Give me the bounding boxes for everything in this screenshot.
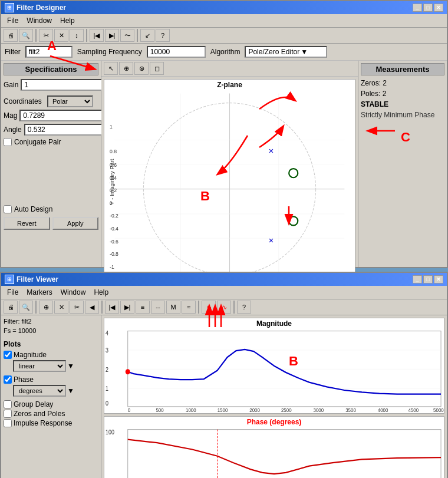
tb-next[interactable]: ▶| xyxy=(105,29,119,42)
charts-area: Magnitude 4 3 2 1 0 0 500 xyxy=(101,315,447,478)
fv-tb6[interactable]: -- xyxy=(151,301,165,314)
fv-menu-file[interactable]: File xyxy=(4,287,22,298)
svg-rect-31 xyxy=(128,331,441,407)
zp-erase[interactable]: ◻ xyxy=(150,62,164,75)
filter-designer-menubar: File Window Help xyxy=(1,14,447,28)
magnitude-select[interactable]: linear dB xyxy=(13,360,66,372)
fv-cos[interactable]: ∿ xyxy=(217,301,231,314)
coords-select[interactable]: Polar Cartesian xyxy=(47,95,93,107)
filter-designer-title: Filter Designer xyxy=(17,4,66,12)
zeros-value: 2 xyxy=(383,79,387,87)
fd-menu-window[interactable]: Window xyxy=(23,15,55,26)
fv-close-button[interactable]: ✕ xyxy=(434,275,443,283)
phase-select[interactable]: degrees radians xyxy=(13,385,66,397)
magnitude-svg: 4 3 2 1 0 0 500 1000 1500 2000 2500 3000… xyxy=(104,328,444,413)
maximize-button[interactable]: □ xyxy=(423,4,433,12)
fv-tb8[interactable]: ≈ xyxy=(182,301,196,314)
fv-tb5[interactable]: ≡ xyxy=(136,301,150,314)
zplane-plot: Z-plane 1 0.8 xyxy=(104,79,355,295)
gain-label: Gain xyxy=(4,81,18,89)
svg-text:2: 2 xyxy=(106,366,108,373)
svg-point-29 xyxy=(289,169,298,177)
svg-text:2000: 2000 xyxy=(249,407,260,413)
fv-help[interactable]: ? xyxy=(237,301,251,314)
fv-maximize-button[interactable]: □ xyxy=(423,275,433,283)
filter-viewer-window: ⊞ Filter Viewer _ □ ✕ File Markers Windo… xyxy=(0,272,448,478)
apply-button[interactable]: Apply xyxy=(52,217,99,230)
fv-tb2[interactable]: ✕ xyxy=(54,301,68,314)
tb-prev[interactable]: |◀ xyxy=(90,29,104,42)
svg-text:500: 500 xyxy=(156,407,164,413)
phase-select-arrow: ▼ xyxy=(67,387,74,395)
svg-point-30 xyxy=(289,216,298,225)
zeros-label: Zeros: xyxy=(361,79,381,87)
smp-label: Strictly Minimum Phase xyxy=(361,111,444,119)
fv-tb7[interactable]: M xyxy=(166,301,180,314)
fv-menu-help[interactable]: Help xyxy=(90,287,112,298)
tb-wave[interactable]: 〜 xyxy=(120,29,134,42)
fv-menu-window[interactable]: Window xyxy=(57,287,90,298)
impulse-check-row: Impulse Response xyxy=(4,419,98,427)
svg-text:0: 0 xyxy=(128,407,131,413)
svg-text:4: 4 xyxy=(106,330,108,337)
fv-prev[interactable]: |◀ xyxy=(105,301,119,314)
print-button[interactable]: 🖨 xyxy=(4,29,18,42)
phase-check-row: Phase xyxy=(4,375,98,384)
revert-button[interactable]: Revert xyxy=(4,217,50,230)
svg-text:1: 1 xyxy=(110,124,113,130)
close-button[interactable]: ✕ xyxy=(434,4,443,12)
fv-menu-markers[interactable]: Markers xyxy=(23,287,55,298)
impulse-label: Impulse Response xyxy=(14,419,72,427)
specs-title: Specifications xyxy=(4,63,98,75)
phase-checkbox[interactable] xyxy=(4,375,12,384)
fv-tb1[interactable]: ⊕ xyxy=(39,301,53,314)
algorithm-select[interactable]: Pole/Zero Editor ▼ xyxy=(245,46,327,58)
sampling-freq-input[interactable] xyxy=(147,46,206,58)
poles-value: 2 xyxy=(383,90,387,98)
fd-main-area: Specifications Gain Coordinates Polar Ca… xyxy=(1,61,447,267)
cut-button[interactable]: ✂ xyxy=(39,29,53,42)
fv-tb3[interactable]: ✂ xyxy=(70,301,84,314)
filter-label: Filter xyxy=(5,48,21,56)
tb-btn4[interactable]: ↕ xyxy=(70,29,84,42)
fd-fields-row: Filter Sampling Frequency Algorithm Pole… xyxy=(1,44,447,61)
fd-menu-help[interactable]: Help xyxy=(57,15,78,26)
minimize-button[interactable]: _ xyxy=(413,4,422,12)
fv-tb4[interactable]: ◀ xyxy=(85,301,99,314)
fv-next[interactable]: ▶| xyxy=(120,301,134,314)
fv-zoom[interactable]: 🔍 xyxy=(19,301,33,314)
autodesign-checkbox[interactable] xyxy=(4,205,12,213)
algorithm-label: Algorithm xyxy=(210,48,241,56)
poles-row: Poles: 2 xyxy=(361,90,444,98)
phase-svg: 100 xyxy=(104,426,444,478)
conjugate-checkbox[interactable] xyxy=(4,138,12,146)
zeros-poles-checkbox[interactable] xyxy=(4,410,12,418)
poles-label: Poles: xyxy=(361,90,380,98)
magnitude-checkbox[interactable] xyxy=(4,351,12,359)
zp-add-pole[interactable]: ⊗ xyxy=(134,62,149,75)
tb-btn3[interactable]: ✕ xyxy=(54,29,68,42)
filter-input[interactable] xyxy=(25,46,73,58)
magnitude-chart: Magnitude 4 3 2 1 0 0 500 xyxy=(104,318,444,414)
zplane-title: Z-plane xyxy=(104,80,355,90)
phase-select-row: degrees radians ▼ xyxy=(13,385,98,397)
impulse-checkbox[interactable] xyxy=(4,419,12,427)
phase-chart: Phase (degrees) 100 xyxy=(104,416,444,478)
group-delay-checkbox[interactable] xyxy=(4,400,12,408)
tb-help[interactable]: ? xyxy=(156,29,170,42)
fd-menu-file[interactable]: File xyxy=(4,15,22,26)
fv-sin[interactable]: ∿ xyxy=(202,301,216,314)
measurements-title: Measurements xyxy=(361,63,444,75)
autodesign-row: Auto Design xyxy=(4,205,98,213)
zoom-button[interactable]: 🔍 xyxy=(19,29,33,42)
zp-arrow[interactable]: ↖ xyxy=(104,62,118,75)
fv-print[interactable]: 🖨 xyxy=(4,301,18,314)
zp-add-zero[interactable]: ⊕ xyxy=(119,62,133,75)
fv-minimize-button[interactable]: _ xyxy=(413,275,422,283)
magnitude-chart-title: Magnitude xyxy=(104,318,444,328)
svg-text:0.8: 0.8 xyxy=(110,149,117,154)
svg-text:4000: 4000 xyxy=(378,407,388,413)
tb-arrow[interactable]: ↙ xyxy=(140,29,154,42)
svg-text:-0.6: -0.6 xyxy=(110,239,118,245)
filter-designer-titlebar: ⊞ Filter Designer _ □ ✕ xyxy=(1,1,447,14)
